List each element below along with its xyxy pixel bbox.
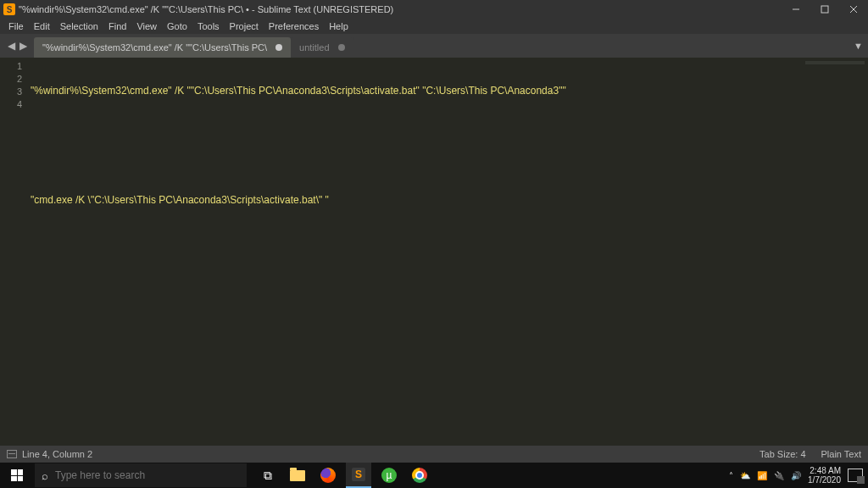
tab-overflow-icon[interactable]: ▼ xyxy=(854,41,863,51)
sublime-icon: S xyxy=(352,468,365,481)
chrome-icon xyxy=(412,468,427,483)
tab-size[interactable]: Tab Size: 4 xyxy=(760,449,805,459)
maximize-button[interactable] xyxy=(810,0,839,19)
cursor-position[interactable]: Line 4, Column 2 xyxy=(22,449,92,459)
task-view-icon: ⧉ xyxy=(264,469,270,483)
volume-icon[interactable]: 🔊 xyxy=(791,471,801,480)
code-line xyxy=(31,121,868,134)
tab-bar: ◀ ▶ "%windir%\System32\cmd.exe" /K ""C:\… xyxy=(0,34,868,58)
line-number-gutter: 1 2 3 4 xyxy=(0,58,31,446)
dirty-indicator-icon xyxy=(275,44,282,51)
code-line: "%windir%\System32\cmd.exe" /K ""C:\User… xyxy=(31,85,868,97)
utorrent-icon: µ xyxy=(381,468,397,483)
search-icon: ⌕ xyxy=(42,469,48,482)
network-icon[interactable]: 📶 xyxy=(757,471,767,480)
status-bar: Line 4, Column 2 Tab Size: 4 Plain Text xyxy=(0,446,868,463)
minimap[interactable] xyxy=(805,61,865,64)
task-view-button[interactable]: ⧉ xyxy=(254,463,280,488)
line-number: 1 xyxy=(0,61,31,74)
firefox-icon xyxy=(320,468,336,483)
panel-switcher-icon[interactable] xyxy=(7,450,17,458)
tab-label: untitled xyxy=(299,42,329,53)
code-line: "cmd.exe /K \"C:\Users\This PC\Anaconda3… xyxy=(31,194,868,207)
code-line xyxy=(31,158,868,170)
menu-goto[interactable]: Goto xyxy=(162,21,192,31)
line-number: 4 xyxy=(0,99,31,112)
svg-rect-1 xyxy=(821,6,828,13)
window-title: "%windir%\System32\cmd.exe" /K ""C:\User… xyxy=(19,4,782,14)
tab-inactive[interactable]: untitled xyxy=(291,37,353,58)
minimize-button[interactable] xyxy=(782,0,810,19)
nav-forward-icon[interactable]: ▶ xyxy=(17,40,29,52)
windows-logo-icon xyxy=(11,469,23,481)
app-icon: S xyxy=(3,3,15,15)
utorrent-button[interactable]: µ xyxy=(376,463,402,488)
taskbar-search[interactable]: ⌕ xyxy=(35,463,247,487)
search-input[interactable] xyxy=(55,469,240,481)
menu-tools[interactable]: Tools xyxy=(192,21,225,31)
nav-back-icon[interactable]: ◀ xyxy=(5,40,17,52)
system-tray: ˄ ⛅ 📶 🔌 🔊 2:48 AM 1/7/2020 xyxy=(729,466,868,485)
power-icon[interactable]: 🔌 xyxy=(774,471,784,480)
menu-view[interactable]: View xyxy=(131,21,162,31)
action-center-icon[interactable] xyxy=(848,469,863,482)
weather-icon[interactable]: ⛅ xyxy=(740,471,750,480)
menu-edit[interactable]: Edit xyxy=(29,21,55,31)
start-button[interactable] xyxy=(0,463,34,488)
code-content[interactable]: "%windir%\System32\cmd.exe" /K ""C:\User… xyxy=(31,58,868,446)
clock-date: 1/7/2020 xyxy=(808,475,841,485)
tab-label: "%windir%\System32\cmd.exe" /K ""C:\User… xyxy=(42,42,267,53)
menu-selection[interactable]: Selection xyxy=(55,21,103,31)
window-titlebar: S "%windir%\System32\cmd.exe" /K ""C:\Us… xyxy=(0,0,868,19)
menu-project[interactable]: Project xyxy=(225,21,264,31)
close-button[interactable] xyxy=(839,0,868,19)
menu-help[interactable]: Help xyxy=(324,21,353,31)
syntax-mode[interactable]: Plain Text xyxy=(821,449,862,459)
sublime-text-button[interactable]: S xyxy=(346,463,371,488)
tray-overflow-icon[interactable]: ˄ xyxy=(729,471,733,480)
taskbar-clock[interactable]: 2:48 AM 1/7/2020 xyxy=(808,466,841,485)
dirty-indicator-icon xyxy=(338,44,345,51)
menu-preferences[interactable]: Preferences xyxy=(264,21,324,31)
menu-bar: File Edit Selection Find View Goto Tools… xyxy=(0,19,868,34)
folder-icon xyxy=(290,470,305,481)
tab-active[interactable]: "%windir%\System32\cmd.exe" /K ""C:\User… xyxy=(34,37,291,58)
line-number: 2 xyxy=(0,74,31,86)
chrome-button[interactable] xyxy=(407,463,432,488)
menu-file[interactable]: File xyxy=(3,21,29,31)
line-number: 3 xyxy=(0,86,31,99)
editor-area[interactable]: 1 2 3 4 "%windir%\System32\cmd.exe" /K "… xyxy=(0,58,868,446)
file-explorer-button[interactable] xyxy=(285,463,310,488)
windows-taskbar: ⌕ ⧉ S µ ˄ ⛅ 📶 🔌 🔊 2:48 AM 1/7/2020 xyxy=(0,463,868,488)
firefox-button[interactable] xyxy=(315,463,341,488)
clock-time: 2:48 AM xyxy=(808,466,841,475)
menu-find[interactable]: Find xyxy=(103,21,131,31)
